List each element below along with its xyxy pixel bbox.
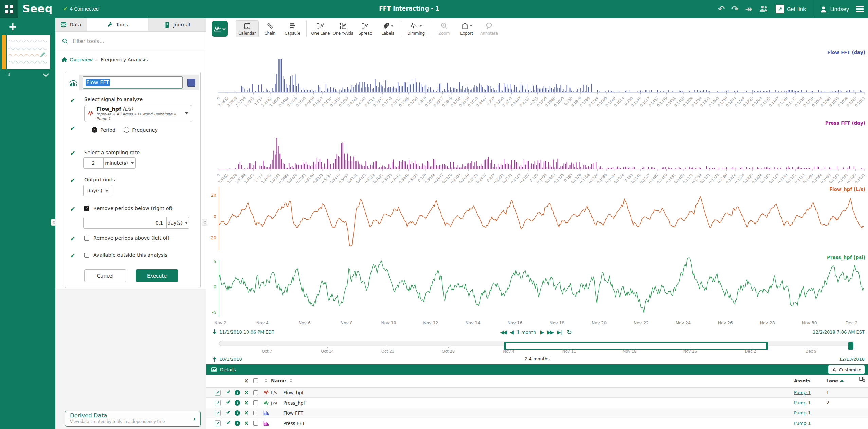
step-back-fast-icon[interactable]: ◀◀ (500, 329, 506, 335)
assets-column-header[interactable]: Assets (794, 378, 826, 383)
tab-tools[interactable]: Tools (87, 18, 148, 31)
dimming-button[interactable]: Dimming (405, 21, 427, 37)
lane-label[interactable]: Flow FFT (day) (827, 50, 865, 55)
scrubber-track[interactable] (219, 341, 854, 346)
scrubber-selection[interactable] (505, 342, 767, 350)
remove-item-icon[interactable]: × (244, 420, 249, 426)
range-duration[interactable]: 1 month (517, 329, 536, 335)
chevron-down-icon[interactable] (43, 72, 49, 79)
signal-select-dropdown[interactable]: Flow_hpf (L/s) mple-AF » All Areas » Pi … (84, 105, 192, 122)
get-link-button[interactable]: ↗ Get link (776, 5, 806, 13)
investigate-duration[interactable]: 2.4 months (525, 356, 550, 361)
asset-link[interactable]: Pump 1 (794, 410, 811, 415)
navigate-rocket-button[interactable] (225, 410, 231, 416)
trend-chart[interactable]: Flow FFT (day)Press FFT (day)Flow_hpf (L… (206, 40, 868, 328)
investigate-start[interactable]: 10/1/2018 (213, 357, 242, 362)
tool-name-input[interactable]: Flow FFT (83, 76, 183, 89)
item-name[interactable]: Press_hpf (283, 400, 794, 406)
row-checkbox[interactable] (253, 400, 258, 405)
item-name[interactable]: Press FFT (283, 421, 794, 426)
scrubber-left-handle[interactable] (504, 342, 506, 350)
output-unit-select[interactable]: day(s) (83, 185, 112, 196)
worksheet-thumbnail[interactable] (7, 35, 50, 69)
remove-below-input[interactable]: 0.1 (83, 217, 167, 229)
execute-button[interactable]: Execute (136, 269, 178, 282)
scrubber-end-handle[interactable] (848, 342, 853, 350)
collapse-panel-handle[interactable]: « (202, 219, 207, 226)
info-icon[interactable]: i (235, 400, 240, 406)
step-forward-icon[interactable]: ▶ (540, 329, 543, 335)
asset-link[interactable]: Pump 1 (794, 390, 811, 395)
remove-all-icon[interactable]: × (244, 378, 249, 384)
remove-below-unit-select[interactable]: day(s) (166, 217, 189, 229)
frequency-radio[interactable]: Frequency (124, 127, 158, 133)
navigate-rocket-button[interactable] (225, 389, 231, 396)
color-swatch-button[interactable] (187, 79, 195, 87)
sampling-unit-select[interactable]: minute(s) (103, 157, 136, 169)
sort-icon[interactable] (265, 379, 267, 383)
name-column-header[interactable]: Name (271, 378, 286, 383)
calendar-button[interactable]: Calendar (236, 20, 259, 37)
lane-label[interactable]: Flow_hpf (L/s) (829, 186, 865, 192)
sampling-rate-input[interactable]: 2 (83, 157, 104, 169)
navigate-rocket-button[interactable] (225, 420, 231, 427)
users-icon[interactable] (759, 4, 769, 14)
one-lane-button[interactable]: One Lane (309, 21, 332, 37)
chain-button[interactable]: Chain (259, 20, 281, 37)
view-mode-dropdown[interactable] (212, 21, 228, 37)
remove-item-icon[interactable]: × (244, 410, 249, 416)
home-icon[interactable] (61, 57, 67, 62)
range-start[interactable]: 11/1/2018 10:06 PM EDT (213, 329, 274, 335)
row-checkbox[interactable] (253, 411, 258, 415)
item-name[interactable]: Flow FFT (283, 410, 794, 416)
available-outside-checkbox[interactable] (84, 253, 89, 258)
investigate-end[interactable]: 12/13/2018 (839, 357, 865, 362)
one-y-axis-button[interactable]: One Y-Axis (332, 21, 354, 37)
undo-icon[interactable]: ↶ (718, 5, 725, 13)
edit-item-button[interactable] (215, 390, 221, 396)
filter-tools-input[interactable] (72, 38, 199, 45)
forward-share-icon[interactable]: ↠ (745, 5, 752, 13)
edit-item-button[interactable] (215, 410, 221, 416)
hamburger-menu-icon[interactable] (856, 6, 864, 12)
remove-above-checkbox[interactable] (84, 236, 89, 241)
customize-button[interactable]: Customize (828, 365, 865, 374)
sort-icon[interactable] (290, 379, 292, 383)
tab-journal[interactable]: Journal (148, 18, 206, 31)
redo-icon[interactable]: ↷ (731, 5, 738, 13)
step-to-end-icon[interactable]: ▶| (557, 329, 563, 335)
row-checkbox[interactable] (253, 390, 258, 395)
scrubber-right-handle[interactable] (766, 342, 768, 350)
remove-item-icon[interactable]: × (244, 390, 249, 395)
period-radio[interactable]: ✓Period (92, 127, 115, 133)
cancel-button[interactable]: Cancel (84, 269, 126, 282)
lane-label[interactable]: Press_hpf (psi) (827, 255, 865, 261)
info-icon[interactable]: i (235, 421, 240, 426)
remove-item-icon[interactable]: × (244, 400, 249, 406)
add-column-icon[interactable] (859, 377, 865, 383)
item-name[interactable]: Flow_hpf (283, 390, 794, 395)
info-icon[interactable]: i (235, 390, 240, 395)
capsule-button[interactable]: Capsule (281, 20, 304, 37)
select-all-checkbox[interactable] (253, 378, 258, 383)
asset-link[interactable]: Pump 1 (794, 400, 811, 405)
asset-link[interactable]: Pump 1 (794, 421, 811, 426)
range-end[interactable]: 12/2/2018 7:06 AM EST (813, 329, 865, 335)
step-back-icon[interactable]: ◀ (510, 329, 513, 335)
apps-menu-button[interactable] (0, 0, 18, 18)
range-end-tz[interactable]: EST (856, 329, 865, 335)
user-menu[interactable]: Lindsey (820, 5, 849, 13)
add-worksheet-button[interactable]: + (8, 20, 17, 33)
edit-item-button[interactable] (215, 420, 221, 426)
lane-column-header[interactable]: Lane (826, 378, 850, 383)
labels-button[interactable]: Labels (377, 21, 399, 37)
refresh-icon[interactable]: ↻ (567, 329, 572, 336)
navigate-rocket-button[interactable] (225, 399, 231, 406)
range-start-tz[interactable]: EDT (266, 329, 274, 335)
derived-data-button[interactable]: Derived Data View data created by tools … (65, 411, 201, 427)
tab-data[interactable]: Data (55, 18, 87, 31)
collapse-strip-handle[interactable]: « (51, 219, 56, 226)
step-forward-fast-icon[interactable]: ▶▶ (547, 329, 553, 335)
edit-item-button[interactable] (215, 400, 221, 406)
breadcrumb-overview-link[interactable]: Overview (70, 57, 93, 62)
